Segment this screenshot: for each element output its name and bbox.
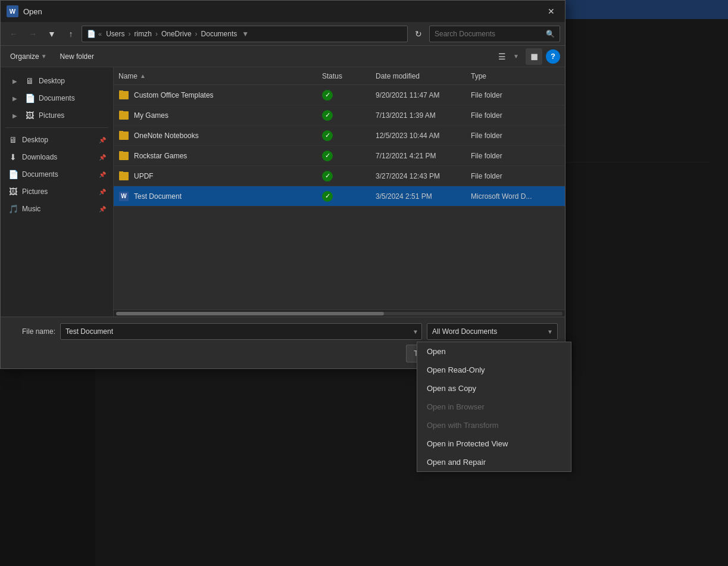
organize-label: Organize: [10, 52, 39, 61]
table-row[interactable]: My Games ✓ 7/13/2021 1:39 AM File folder: [114, 105, 565, 126]
nav-recent-button[interactable]: ▼: [43, 26, 60, 42]
search-box[interactable]: 🔍: [429, 26, 560, 42]
help-button[interactable]: ?: [546, 49, 560, 64]
organize-dropdown-icon: ▼: [41, 53, 47, 60]
table-row[interactable]: Rockstar Games ✓ 7/12/2021 4:21 PM File …: [114, 146, 565, 166]
file-row-name: My Games: [118, 111, 322, 120]
file-name-text: Test Document: [134, 192, 182, 201]
col-header-name: Name ▲: [118, 72, 322, 80]
file-name-text: UPDF: [134, 172, 154, 180]
open-dropdown-menu: Open Open Read-Only Open as Copy Open in…: [417, 342, 571, 472]
menu-item-open-transform: Open with Transform: [417, 416, 571, 434]
search-input[interactable]: [435, 30, 543, 38]
menu-item-open-protected[interactable]: Open in Protected View: [417, 434, 571, 453]
col-header-date: Date modified: [376, 72, 471, 80]
pictures-icon-qa: 🖼: [24, 110, 35, 121]
left-item-label-pictures-qa: Pictures: [39, 111, 106, 120]
menu-item-open-repair[interactable]: Open and Repair: [417, 453, 571, 471]
nav-forward-button[interactable]: →: [24, 26, 41, 42]
address-sep-1: ›: [129, 30, 131, 38]
downloads-icon-pin: ⬇: [8, 152, 18, 162]
open-dialog: W Open ✕ ← → ▼ ↑ 📄 « Users › rimzh › One…: [0, 0, 565, 369]
file-type-cell: File folder: [471, 91, 560, 99]
menu-item-open-copy[interactable]: Open as Copy: [417, 379, 571, 398]
view-controls: ☰ ▼: [493, 48, 522, 65]
address-bar[interactable]: 📄 « Users › rimzh › OneDrive › Documents…: [82, 26, 408, 42]
table-row[interactable]: Custom Office Templates ✓ 9/20/2021 11:4…: [114, 85, 565, 105]
view-list-button[interactable]: ☰: [493, 48, 510, 65]
left-item-documents-pin[interactable]: 📄 Documents 📌: [3, 166, 111, 183]
pinned-section: 🖥 Desktop 📌 ⬇ Downloads 📌 📄 Documents 📌 …: [1, 132, 113, 217]
left-item-label-downloads-pin: Downloads: [22, 153, 95, 161]
menu-item-open[interactable]: Open: [417, 342, 571, 361]
file-date-cell: 3/27/2024 12:43 PM: [376, 172, 471, 180]
file-type-select-wrap: All Word Documents Word Documents (*.doc…: [427, 323, 558, 340]
nav-back-button[interactable]: ←: [5, 26, 22, 42]
left-item-music-pin[interactable]: 🎵 Music 📌: [3, 201, 111, 217]
left-item-label-documents-qa: Documents: [39, 94, 106, 102]
left-item-desktop-qa[interactable]: ▶ 🖥 Desktop: [3, 73, 111, 89]
file-name-text: Custom Office Templates: [134, 91, 214, 99]
expand-arrow-documents: ▶: [13, 95, 21, 102]
dialog-title-icon: W: [7, 5, 18, 17]
folder-icon: [118, 90, 129, 100]
file-date-cell: 7/12/2021 4:21 PM: [376, 152, 471, 160]
preview-button[interactable]: ◼: [526, 48, 542, 65]
expand-arrow-pictures: ▶: [13, 112, 21, 119]
file-type-cell: File folder: [471, 152, 560, 160]
address-breadcrumb: «: [98, 30, 104, 37]
left-item-label-music-pin: Music: [22, 205, 95, 213]
new-folder-button[interactable]: New folder: [55, 50, 99, 63]
dialog-title-text: Open: [23, 7, 539, 16]
search-icon: 🔍: [546, 30, 555, 38]
view-dropdown-button[interactable]: ▼: [510, 48, 522, 65]
desktop-icon-qa: 🖥: [24, 76, 35, 86]
pin-icon-pictures: 📌: [99, 189, 106, 195]
music-icon-pin: 🎵: [8, 204, 18, 214]
documents-icon-pin: 📄: [8, 169, 18, 180]
table-row[interactable]: Test Document ✓ 3/5/2024 2:51 PM Microso…: [114, 186, 565, 207]
left-item-pictures-pin[interactable]: 🖼 Pictures 📌: [3, 183, 111, 200]
address-icon: 📄: [87, 30, 96, 38]
file-name-text: My Games: [134, 111, 168, 120]
file-name-row: File name: ▼ All Word Documents Word Doc…: [8, 323, 558, 340]
left-item-desktop-pin[interactable]: 🖥 Desktop 📌: [3, 132, 111, 148]
col-header-type: Type: [471, 72, 560, 80]
left-item-documents-qa[interactable]: ▶ 📄 Documents: [3, 90, 111, 107]
table-row[interactable]: OneNote Notebooks ✓ 12/5/2023 10:44 AM F…: [114, 126, 565, 146]
left-item-pictures-qa[interactable]: ▶ 🖼 Pictures: [3, 107, 111, 124]
dialog-close-button[interactable]: ✕: [543, 4, 559, 19]
menu-item-open-readonly[interactable]: Open Read-Only: [417, 361, 571, 379]
table-row[interactable]: UPDF ✓ 3/27/2024 12:43 PM File folder: [114, 166, 565, 186]
address-sep-2: ›: [155, 30, 158, 38]
file-type-select[interactable]: All Word Documents Word Documents (*.doc…: [427, 323, 558, 340]
file-status-cell: ✓: [322, 171, 376, 182]
file-area: Name ▲ Status Date modified Type: [114, 67, 565, 317]
file-name-text: OneNote Notebooks: [134, 132, 199, 140]
col-date-label: Date modified: [376, 72, 420, 80]
file-date-cell: 9/20/2021 11:47 AM: [376, 91, 471, 99]
organize-button[interactable]: Organize ▼: [5, 50, 52, 63]
horizontal-scrollbar[interactable]: [114, 309, 565, 317]
file-name-text: Rockstar Games: [134, 152, 187, 160]
dialog-action-toolbar: Organize ▼ New folder ☰ ▼ ◼ ?: [1, 46, 565, 67]
address-dropdown-button[interactable]: ▼: [239, 30, 251, 38]
sync-status-icon: ✓: [322, 171, 333, 182]
file-status-cell: ✓: [322, 110, 376, 121]
file-status-cell: ✓: [322, 130, 376, 141]
col-sort-icon: ▲: [140, 73, 146, 79]
left-item-label-pictures-pin: Pictures: [22, 187, 95, 196]
pin-icon-desktop: 📌: [99, 137, 106, 143]
sync-status-icon: ✓: [322, 130, 333, 141]
file-type-cell: Microsoft Word D...: [471, 192, 560, 201]
nav-up-button[interactable]: ↑: [63, 26, 79, 42]
file-type-cell: File folder: [471, 111, 560, 120]
folder-icon: [118, 131, 129, 140]
file-date-cell: 12/5/2023 10:44 AM: [376, 132, 471, 140]
file-column-headers: Name ▲ Status Date modified Type: [114, 67, 565, 85]
file-name-input[interactable]: [60, 323, 422, 340]
left-item-downloads-pin[interactable]: ⬇ Downloads 📌: [3, 149, 111, 165]
refresh-button[interactable]: ↻: [410, 26, 427, 42]
menu-item-open-browser: Open in Browser: [417, 398, 571, 416]
documents-icon-qa: 📄: [24, 93, 35, 104]
